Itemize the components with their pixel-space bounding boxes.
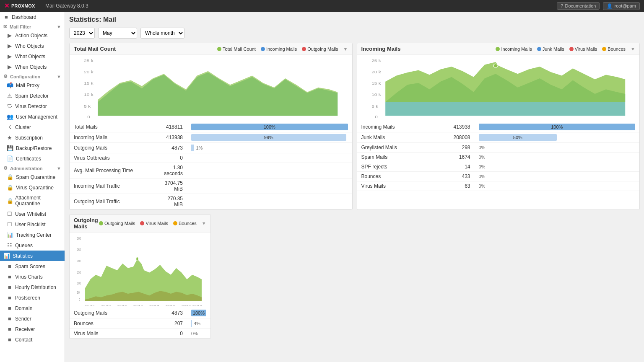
virus-detector-icon: 🛡 (7, 103, 13, 109)
sidebar-group-administration[interactable]: ⚙ Administration ▼ (0, 164, 65, 172)
svg-text:2023-05-04: 2023-05-04 (101, 304, 111, 306)
svg-text:0: 0 (87, 114, 90, 119)
legend-dot-virus (569, 47, 574, 51)
sidebar-item-dashboard[interactable]: ■ Dashboard (0, 12, 65, 22)
table-row: Outgoing Mail Traffic 270.35 MiB (70, 194, 352, 209)
legend-junk: Junk Mails (537, 47, 564, 52)
svg-text:10 k: 10 k (371, 92, 381, 97)
table-row: Outgoing Mails 4873 1% (70, 143, 352, 153)
legend-virus-out: Virus Mails (140, 221, 168, 226)
sidebar-item-certificates[interactable]: 📄 Certificates (3, 153, 65, 164)
mail-proxy-icon: 📫 (7, 82, 13, 88)
sidebar-item-spam-scores[interactable]: ■ Spam Scores (3, 261, 65, 272)
svg-text:50: 50 (77, 290, 80, 295)
bar-cell: 100% (191, 310, 206, 316)
table-row: Avg. Mail Processing Time 1.30 seconds (70, 163, 352, 178)
sidebar-item-spam-detector[interactable]: ⚠ Spam Detector (3, 90, 65, 101)
table-row: Spam Mails 1674 0% (357, 153, 640, 162)
svg-point-36 (136, 257, 138, 261)
sidebar-item-what-objects[interactable]: ▶ What Objects (3, 51, 65, 62)
incoming-mails-legend: Incoming Mails Junk Mails Virus Mails (496, 47, 635, 52)
blacklist-icon: ☐ (7, 221, 13, 228)
chart-options-icon[interactable]: ▼ (343, 47, 348, 52)
legend-dot-out (99, 221, 103, 225)
period-select[interactable]: Whole month Last 7 days Today (140, 28, 184, 39)
svg-text:300: 300 (77, 236, 81, 240)
svg-text:0: 0 (375, 114, 378, 119)
table-row: Total Mails 418811 100% (70, 122, 352, 132)
chart-options-icon-inc[interactable]: ▼ (631, 47, 635, 52)
legend-dot-total (217, 47, 221, 51)
svg-text:2023-05-01: 2023-05-01 (85, 304, 95, 306)
table-row: Greylisted Mails 298 0% (357, 143, 640, 153)
sidebar-item-contact[interactable]: ■ Contact (3, 334, 65, 345)
sidebar-item-action-objects[interactable]: ▶ Action Objects (3, 30, 65, 41)
sidebar-item-domain[interactable]: ■ Domain (3, 303, 65, 313)
legend-dot-incoming (261, 47, 265, 51)
table-row: Incoming Mails 413938 99% (70, 132, 352, 143)
sidebar-item-attachment-quarantine[interactable]: 🔒 Attachment Quarantine (3, 193, 65, 209)
sidebar-item-when-objects[interactable]: ▶ When Objects (3, 62, 65, 72)
sidebar-item-postscreen[interactable]: ■ Postscreen (3, 292, 65, 303)
sidebar-group-configuration[interactable]: ⚙ Configuration ▼ (0, 72, 65, 80)
bar-cell: 100% (479, 124, 636, 130)
topbar: ✕ PROXMOX Mail Gateway 8.0.3 ? Documenta… (0, 0, 644, 12)
sidebar-item-user-whitelist[interactable]: ☐ User Whitelist (3, 209, 65, 219)
sidebar-group-mail-filter[interactable]: ✉ Mail Filter ▼ (0, 22, 65, 30)
table-row: Outgoing Mails 4873 100% (70, 308, 210, 318)
sidebar-item-subscription[interactable]: ★ Subscription (3, 132, 65, 143)
sidebar-item-sender[interactable]: ■ Sender (3, 313, 65, 324)
sidebar-sub-statistics: ■ Spam Scores ■ Virus Charts ■ Hourly Di… (0, 261, 65, 345)
svg-text:15 k: 15 k (84, 81, 93, 85)
sidebar-item-tracking-center[interactable]: 📊 Tracking Center (3, 230, 65, 240)
svg-point-20 (493, 64, 498, 67)
chart-options-icon-out[interactable]: ▼ (202, 221, 206, 226)
table-row: Virus Outbreaks 0 (70, 153, 352, 163)
sidebar-item-user-management[interactable]: 👥 User Management (3, 111, 65, 122)
spam-scores-icon: ■ (7, 263, 13, 269)
main-layout: ■ Dashboard ✉ Mail Filter ▼ ▶ Action Obj… (0, 12, 644, 362)
bar-cell: 4% (191, 320, 206, 327)
legend-virus: Virus Mails (569, 47, 597, 52)
sidebar-item-backup-restore[interactable]: 💾 Backup/Restore (3, 143, 65, 153)
svg-text:25 k: 25 k (371, 58, 381, 63)
total-mail-svg: 25 k 20 k 15 k 10 k 5 k 0 2023-05-01 202… (73, 57, 349, 120)
sidebar-item-queues[interactable]: ☷ Queues (3, 240, 65, 251)
filter-row: 2023 2022 2024 May JanuaryFebruaryMarchA… (69, 28, 640, 39)
logo: ✕ PROXMOX (4, 2, 42, 10)
sidebar-sub-configuration: 📫 Mail Proxy ⚠ Spam Detector 🛡 Virus Det… (0, 80, 65, 164)
legend-dot-junk (537, 47, 541, 51)
sidebar-item-user-blacklist[interactable]: ☐ User Blacklist (3, 219, 65, 230)
table-row: SPF rejects 14 0% (357, 162, 640, 172)
dashboard-icon: ■ (3, 14, 9, 20)
sidebar-item-cluster[interactable]: ☇ Cluster (3, 122, 65, 132)
tracking-icon: 📊 (7, 232, 13, 238)
svg-text:2023-05-15: 2023-05-15 (149, 304, 159, 306)
sidebar-sub-mail-filter: ▶ Action Objects ▶ Who Objects ▶ What Ob… (0, 30, 65, 72)
svg-text:0: 0 (79, 297, 80, 302)
sidebar-item-who-objects[interactable]: ▶ Who Objects (3, 41, 65, 51)
svg-text:200: 200 (77, 259, 81, 263)
user-icon: 👤 (607, 3, 613, 9)
sidebar-item-spam-quarantine[interactable]: 🔒 Spam Quarantine (3, 172, 65, 182)
year-select[interactable]: 2023 2022 2024 (69, 28, 95, 39)
documentation-button[interactable]: ? Documentation (557, 2, 600, 10)
month-select[interactable]: May JanuaryFebruaryMarchApril JuneJulyAu… (98, 28, 137, 39)
table-row: Bounces 433 0% (357, 172, 640, 181)
sidebar-item-virus-detector[interactable]: 🛡 Virus Detector (3, 101, 65, 111)
svg-text:2023-05-11: 2023-05-11 (133, 304, 143, 306)
user-button[interactable]: 👤 root@pam (603, 2, 640, 10)
legend-outgoing: Outgoing Mails (302, 47, 338, 52)
legend-outgoing-mails: Outgoing Mails (99, 221, 135, 226)
sidebar-item-statistics[interactable]: 📊 Statistics (0, 251, 65, 261)
svg-text:2023-05-18: 2023-05-18 (166, 304, 175, 306)
sidebar-item-hourly-distribution[interactable]: ■ Hourly Distribution (3, 282, 65, 292)
outgoing-mails-chart: 300 250 200 150 100 50 0 2023-05-01 (70, 233, 210, 308)
total-mail-panel: Total Mail Count Total Mail Count Incomi… (69, 43, 353, 210)
sidebar-item-mail-proxy[interactable]: 📫 Mail Proxy (3, 80, 65, 90)
incoming-mails-title: Incoming Mails (361, 46, 496, 52)
sidebar-item-virus-quarantine[interactable]: 🔒 Virus Quarantine (3, 182, 65, 193)
sidebar-item-receiver[interactable]: ■ Receiver (3, 324, 65, 334)
total-mail-legend: Total Mail Count Incoming Mails Outgoing… (217, 47, 348, 52)
sidebar-item-virus-charts[interactable]: ■ Virus Charts (3, 272, 65, 282)
